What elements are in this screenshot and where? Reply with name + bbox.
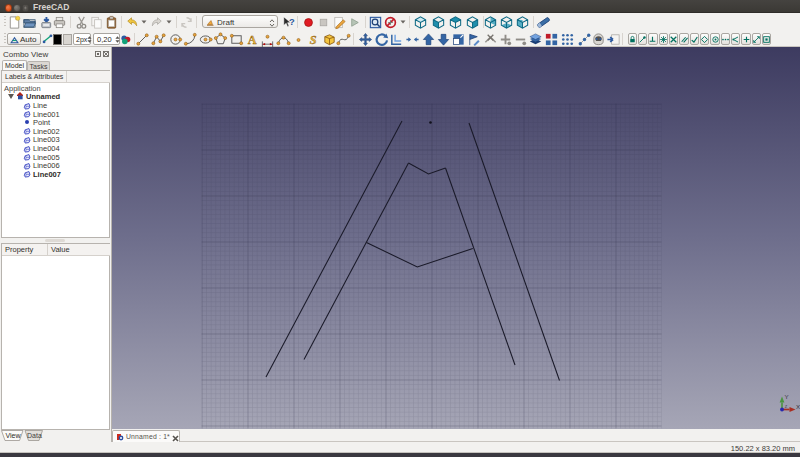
svg-text:View: View <box>6 432 22 439</box>
svg-text:Y: Y <box>785 393 789 400</box>
svg-text:X: X <box>796 403 800 410</box>
svg-text:?: ? <box>288 17 294 27</box>
svg-text:Data: Data <box>27 432 42 439</box>
svg-text:S: S <box>310 33 317 47</box>
svg-text:A: A <box>248 33 257 47</box>
